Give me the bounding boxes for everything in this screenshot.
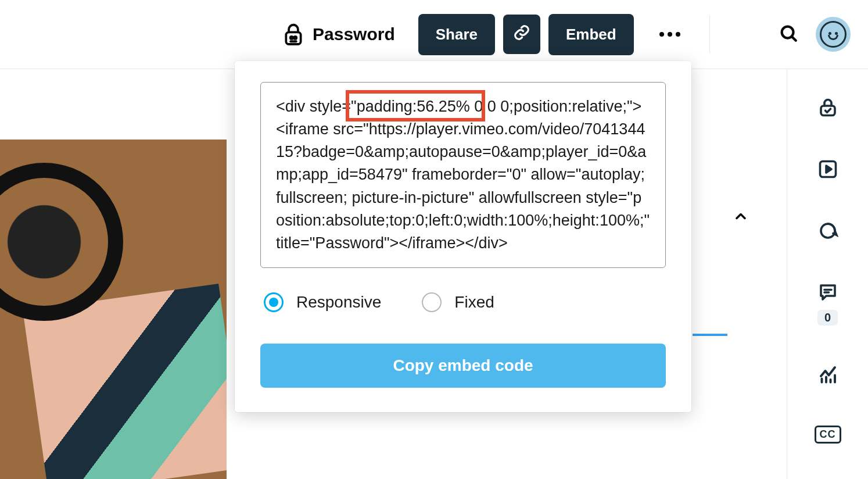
dot-icon xyxy=(659,32,664,37)
fixed-radio[interactable]: Fixed xyxy=(422,292,494,312)
embed-button[interactable]: Embed xyxy=(548,14,634,55)
search-button[interactable] xyxy=(779,23,798,45)
comments-count-badge: 0 xyxy=(817,310,838,326)
embed-popover: <div style="padding:56.25% 0 0 0;positio… xyxy=(235,61,691,412)
avatar-face-icon xyxy=(820,21,847,48)
dot-icon xyxy=(668,32,672,37)
rail-analytics[interactable] xyxy=(817,364,838,387)
top-bar-center: Password Share Embed xyxy=(282,14,725,55)
link-icon xyxy=(513,24,530,45)
collapse-panel-button[interactable] xyxy=(726,202,755,231)
user-avatar[interactable] xyxy=(816,17,851,52)
embed-button-label: Embed xyxy=(566,26,616,44)
copy-link-button[interactable] xyxy=(503,15,540,54)
dot-icon xyxy=(676,32,680,37)
rail-captions[interactable]: CC xyxy=(815,426,841,444)
rail-player[interactable] xyxy=(817,159,838,182)
interaction-icon xyxy=(817,220,838,244)
analytics-icon xyxy=(817,364,838,387)
svg-point-1 xyxy=(290,37,293,39)
fixed-radio-label: Fixed xyxy=(454,293,494,312)
video-thumbnail[interactable] xyxy=(0,140,227,479)
radio-checked-icon xyxy=(264,292,284,312)
rail-privacy[interactable] xyxy=(817,97,838,120)
active-tab-indicator xyxy=(693,334,727,336)
rail-interaction[interactable] xyxy=(817,220,838,244)
lock-check-icon xyxy=(817,97,838,120)
vertical-divider xyxy=(709,15,710,53)
video-title-group: Password xyxy=(282,22,395,47)
responsive-radio[interactable]: Responsive xyxy=(264,292,381,312)
main-area: <div style="padding:56.25% 0 0 0;positio… xyxy=(0,69,868,479)
right-rail: 0 CC xyxy=(787,69,868,479)
cc-icon: CC xyxy=(815,426,841,444)
radio-unchecked-icon xyxy=(422,292,442,312)
more-menu-button[interactable] xyxy=(654,26,686,42)
embed-code-textarea[interactable]: <div style="padding:56.25% 0 0 0;positio… xyxy=(260,82,666,268)
copy-embed-code-label: Copy embed code xyxy=(393,356,533,374)
embed-code-text: <div style="padding:56.25% 0 0 0;positio… xyxy=(276,98,650,252)
play-square-icon xyxy=(817,159,838,182)
top-bar: Password Share Embed xyxy=(0,0,868,69)
rail-comments[interactable]: 0 xyxy=(817,282,838,326)
svg-point-2 xyxy=(294,37,296,39)
comment-icon xyxy=(817,282,838,305)
size-mode-radio-group: Responsive Fixed xyxy=(260,292,666,312)
top-bar-right xyxy=(779,17,851,52)
share-button[interactable]: Share xyxy=(418,14,495,55)
lock-robot-icon xyxy=(282,22,304,47)
video-title: Password xyxy=(313,24,395,44)
responsive-radio-label: Responsive xyxy=(296,293,381,312)
copy-embed-code-button[interactable]: Copy embed code xyxy=(260,344,666,388)
share-button-label: Share xyxy=(436,26,478,44)
